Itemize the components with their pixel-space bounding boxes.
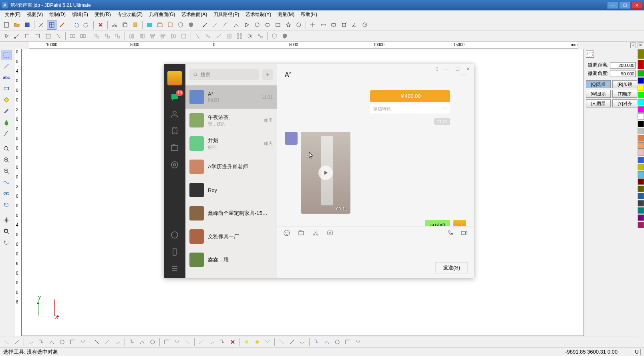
- edge-icon[interactable]: [33, 31, 42, 41]
- dim2-icon[interactable]: [329, 20, 338, 30]
- bottom-tool-10[interactable]: [113, 337, 123, 347]
- color-swatch[interactable]: [638, 207, 644, 214]
- group2-icon[interactable]: [78, 31, 88, 41]
- btn-order[interactable]: [T]顺序: [612, 90, 637, 98]
- align1-icon[interactable]: [127, 31, 137, 41]
- ellipse-icon[interactable]: [263, 20, 272, 30]
- panel-close-1[interactable]: ▫: [630, 42, 636, 48]
- wechat-chat-item[interactable]: Roy: [185, 178, 277, 202]
- wechat-miniapp-tab[interactable]: [170, 230, 179, 240]
- menu-transform[interactable]: 变换(R): [91, 10, 114, 19]
- color-swatch[interactable]: [638, 214, 644, 221]
- dist3-icon[interactable]: [214, 31, 223, 41]
- align4-icon[interactable]: [158, 31, 168, 41]
- color-swatch[interactable]: [638, 106, 644, 113]
- vertex-icon[interactable]: [22, 31, 32, 41]
- menu-art-draw[interactable]: 艺术绘制(Y): [242, 10, 274, 19]
- wire-tool[interactable]: [1, 177, 12, 188]
- dist-input[interactable]: [610, 62, 636, 69]
- wechat-my-avatar[interactable]: [453, 220, 466, 226]
- color-swatch[interactable]: [638, 85, 644, 91]
- arrange3-icon[interactable]: [113, 31, 123, 41]
- bottom-tool-1[interactable]: [12, 337, 22, 347]
- zoomout-tool[interactable]: [1, 166, 12, 176]
- wechat-history-icon[interactable]: [326, 229, 334, 238]
- measure-tool[interactable]: [1, 128, 12, 139]
- panel-tab[interactable]: [586, 51, 594, 58]
- bottom-tool-3[interactable]: [36, 337, 46, 347]
- btn-select[interactable]: [Q]选择: [586, 80, 611, 88]
- bottom-tool-0[interactable]: [2, 337, 11, 347]
- align6-icon[interactable]: [179, 31, 189, 41]
- brush-tool[interactable]: [1, 106, 12, 116]
- menu-measure[interactable]: 测量(M): [274, 10, 298, 19]
- wechat-close-icon[interactable]: ✕: [466, 66, 470, 72]
- wechat-chat-item[interactable]: 井魁好的昨天: [185, 132, 277, 155]
- align2-icon[interactable]: [137, 31, 147, 41]
- bottom-tool-13[interactable]: [148, 337, 157, 347]
- menu-toolpath[interactable]: 刀具路径(P): [210, 10, 242, 19]
- wechat-phone-tab[interactable]: [170, 247, 179, 257]
- wechat-play-icon[interactable]: [318, 166, 333, 180]
- undo-icon[interactable]: [71, 20, 81, 30]
- color-swatch[interactable]: [638, 121, 644, 127]
- wechat-transfer-card[interactable]: ￥400.00: [370, 90, 450, 102]
- btn-align[interactable]: [Y]对齐: [612, 99, 637, 107]
- drop-tool[interactable]: [1, 117, 12, 127]
- center-icon[interactable]: [308, 20, 318, 30]
- wechat-minimize-icon[interactable]: —: [444, 66, 449, 72]
- bottom-tool-26[interactable]: [298, 337, 307, 347]
- layer2-icon[interactable]: [155, 20, 165, 30]
- line-tool[interactable]: [1, 61, 12, 71]
- color-swatch[interactable]: [638, 70, 644, 77]
- shape-tool[interactable]: [1, 83, 12, 94]
- wechat-emoji-icon[interactable]: [283, 229, 290, 238]
- save-icon[interactable]: [22, 20, 32, 30]
- align3-icon[interactable]: [148, 31, 157, 41]
- color-swatch[interactable]: [638, 193, 644, 199]
- wechat-chat-item[interactable]: 鑫峰尚全屋定制家具-1573...: [185, 202, 277, 225]
- menu-edit[interactable]: 编辑(E): [69, 10, 91, 19]
- radius-icon[interactable]: [360, 20, 370, 30]
- shield-icon[interactable]: [176, 20, 185, 30]
- wechat-favorites-tab[interactable]: [170, 126, 179, 136]
- shield4-icon[interactable]: [280, 31, 290, 41]
- select-icon[interactable]: [2, 31, 11, 41]
- arc-icon[interactable]: [221, 20, 231, 30]
- angle-input[interactable]: [610, 71, 636, 77]
- play-icon[interactable]: [242, 20, 252, 30]
- btn-show[interactable]: [W]显示: [586, 90, 611, 98]
- bottom-tool-2[interactable]: [26, 337, 36, 347]
- color-swatch[interactable]: [638, 77, 644, 84]
- bottom-tool-12[interactable]: [137, 337, 147, 347]
- layer-icon[interactable]: [145, 20, 154, 30]
- group1-icon[interactable]: [68, 31, 77, 41]
- dim-icon[interactable]: [318, 20, 328, 30]
- ortho-icon[interactable]: [57, 20, 67, 30]
- bottom-tool-27[interactable]: [312, 337, 321, 347]
- polygon-icon[interactable]: [294, 20, 304, 30]
- angle-icon[interactable]: [350, 20, 359, 30]
- fill-tool[interactable]: [1, 95, 12, 105]
- pattern-icon[interactable]: [235, 31, 244, 41]
- copy-icon[interactable]: [120, 20, 130, 30]
- bottom-tool-16[interactable]: [183, 337, 192, 347]
- dist2-icon[interactable]: [203, 31, 213, 41]
- bottom-tool-31[interactable]: [353, 337, 363, 347]
- wechat-video-thumb[interactable]: 00:11: [301, 132, 350, 214]
- wechat-avatar[interactable]: [167, 71, 182, 85]
- menu-geom[interactable]: 几何曲面(G): [146, 10, 178, 19]
- wechat-moments-tab[interactable]: [170, 160, 179, 170]
- point-icon[interactable]: [200, 20, 210, 30]
- bottom-tool-17[interactable]: [197, 337, 206, 347]
- wechat-maximize-icon[interactable]: ☐: [455, 66, 460, 72]
- bottom-tool-14[interactable]: [162, 337, 171, 347]
- wechat-more-icon[interactable]: ⋯: [460, 71, 466, 79]
- line-icon[interactable]: [211, 20, 220, 30]
- arrange2-icon[interactable]: [103, 31, 112, 41]
- wechat-text-input[interactable]: [277, 241, 474, 260]
- open-icon[interactable]: [12, 20, 22, 30]
- wechat-file-icon[interactable]: [298, 229, 305, 238]
- maximize-button[interactable]: ❐: [619, 2, 630, 9]
- color-swatch[interactable]: [638, 135, 644, 142]
